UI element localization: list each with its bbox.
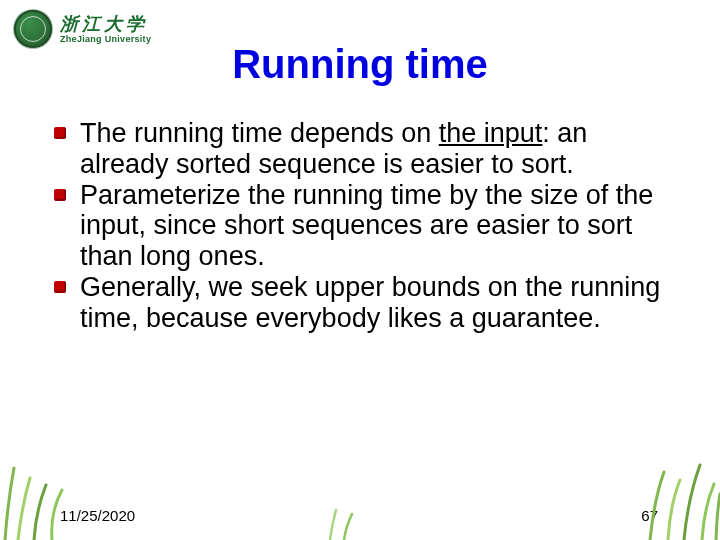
bullet-text-pre: The running time depends on bbox=[80, 118, 439, 148]
footer-date: 11/25/2020 bbox=[60, 507, 135, 524]
grass-decoration-icon bbox=[0, 450, 720, 540]
footer-page-number: 67 bbox=[641, 507, 658, 524]
slide-body: The running time depends on the input: a… bbox=[60, 118, 670, 333]
university-name-cn: 浙江大学 bbox=[60, 15, 151, 33]
slide-title: Running time bbox=[0, 42, 720, 87]
bullet-item: The running time depends on the input: a… bbox=[60, 118, 670, 180]
bullet-text-underlined: the input bbox=[439, 118, 543, 148]
university-name-block: 浙江大学 ZheJiang University bbox=[60, 15, 151, 44]
bullet-item: Parameterize the running time by the siz… bbox=[60, 180, 670, 272]
bullet-text-pre: Parameterize the running time by the siz… bbox=[80, 180, 653, 272]
bullet-text-pre: Generally, we seek upper bounds on the r… bbox=[80, 272, 660, 333]
slide: 浙江大学 ZheJiang University Running time Th… bbox=[0, 0, 720, 540]
bullet-item: Generally, we seek upper bounds on the r… bbox=[60, 272, 670, 334]
